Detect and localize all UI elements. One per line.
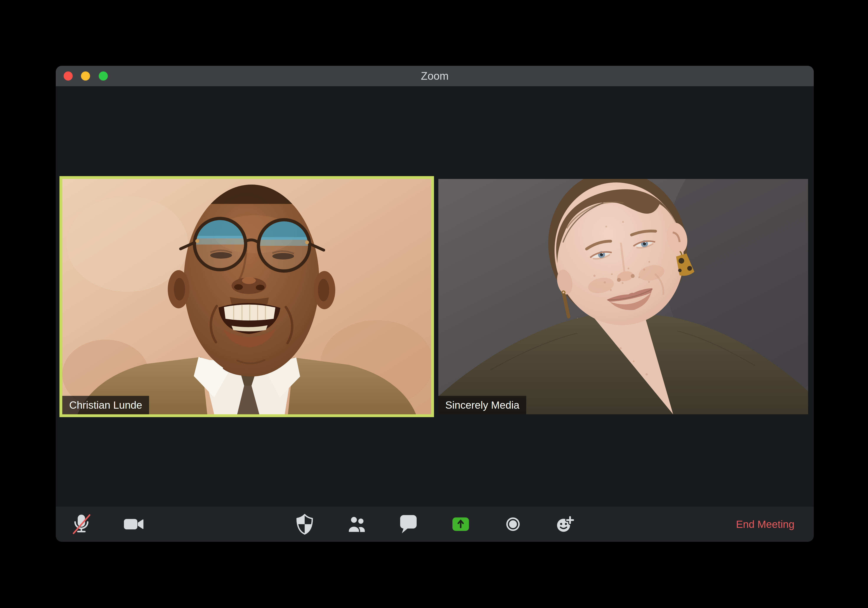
desktop-background: Zoom <box>0 0 868 608</box>
security-shield-icon <box>295 514 314 535</box>
window-title: Zoom <box>56 66 814 86</box>
record-button[interactable] <box>499 507 527 542</box>
participant-video-right <box>438 179 808 414</box>
microphone-muted-icon <box>71 513 92 535</box>
video-camera-icon <box>124 517 144 531</box>
chat-bubble-icon <box>400 515 417 534</box>
video-button[interactable] <box>119 507 148 542</box>
reactions-smiley-icon <box>555 515 574 533</box>
mute-button[interactable] <box>67 507 96 542</box>
participants-button[interactable] <box>343 507 371 542</box>
meeting-gallery: Christian Lunde <box>56 86 814 507</box>
zoom-window: Zoom <box>56 66 814 542</box>
share-screen-icon <box>453 518 469 531</box>
video-tile-right[interactable]: Sincerely Media <box>438 179 808 414</box>
participant-video-left <box>62 179 431 414</box>
participant-name-label: Christian Lunde <box>62 396 149 414</box>
participant-name: Sincerely Media <box>445 399 519 411</box>
share-screen-button[interactable] <box>446 507 475 542</box>
video-tile-left[interactable]: Christian Lunde <box>59 176 434 417</box>
reactions-button[interactable] <box>551 507 579 542</box>
meeting-toolbar: End Meeting <box>56 507 814 542</box>
chat-button[interactable] <box>395 507 423 542</box>
participants-icon <box>347 516 367 533</box>
end-meeting-label: End Meeting <box>736 518 794 530</box>
security-button[interactable] <box>291 507 319 542</box>
end-meeting-button[interactable]: End Meeting <box>735 507 796 542</box>
participant-name-label: Sincerely Media <box>438 396 526 414</box>
participant-name: Christian Lunde <box>69 399 142 411</box>
titlebar[interactable]: Zoom <box>56 66 814 86</box>
record-icon <box>506 517 520 531</box>
